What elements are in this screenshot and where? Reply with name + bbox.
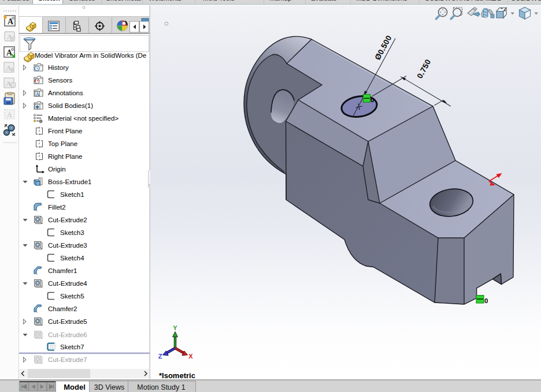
svg-text:0: 0 [370, 96, 374, 103]
svg-text:X: X [188, 353, 193, 360]
svg-text:Fillet2: Fillet2 [48, 204, 66, 211]
svg-text:Right Plane: Right Plane [48, 153, 82, 160]
svg-text:Sensors: Sensors [48, 77, 72, 84]
svg-text:Cut-Extrude5: Cut-Extrude5 [48, 318, 87, 325]
svg-text:Sketch3: Sketch3 [60, 229, 84, 236]
svg-text:3D Views: 3D Views [94, 383, 125, 391]
svg-text:Cut-Extrude3: Cut-Extrude3 [48, 242, 87, 249]
svg-text:Boss-Extrude1: Boss-Extrude1 [48, 178, 91, 185]
svg-text:Front Plane: Front Plane [48, 128, 82, 135]
svg-text:Solid Bodies(1): Solid Bodies(1) [48, 102, 93, 109]
svg-text:Cut-Extrude2: Cut-Extrude2 [48, 216, 87, 223]
svg-text:Top Plane: Top Plane [48, 140, 77, 147]
svg-text:*Isometric: *Isometric [159, 371, 195, 379]
svg-text:Model Vibrator Arm in SolidWor: Model Vibrator Arm in SolidWorks (De [35, 52, 146, 59]
svg-text:Chamfer2: Chamfer2 [48, 305, 77, 312]
svg-text:A: A [8, 17, 14, 26]
svg-text:A: A [6, 64, 12, 72]
svg-text:Sketch1: Sketch1 [60, 191, 84, 198]
svg-text:Motion Study 1: Motion Study 1 [137, 383, 185, 391]
svg-text:0: 0 [484, 297, 488, 304]
svg-text:Y: Y [173, 324, 177, 331]
svg-text:Chamfer1: Chamfer1 [48, 267, 77, 274]
svg-text:Sketch4: Sketch4 [60, 255, 84, 262]
svg-text:A: A [36, 91, 40, 97]
svg-text:Annotations: Annotations [48, 89, 83, 96]
svg-text:Cut-Extrude7: Cut-Extrude7 [48, 356, 87, 363]
svg-text:0.750: 0.750 [415, 58, 432, 80]
svg-text:Cut-Extrude4: Cut-Extrude4 [48, 280, 87, 287]
svg-text:Sketch5: Sketch5 [60, 293, 84, 300]
svg-text:Z: Z [158, 353, 162, 360]
svg-text:Origin: Origin [48, 166, 66, 173]
svg-text:Model: Model [64, 383, 86, 391]
svg-text:A: A [7, 111, 12, 119]
svg-text:Sketch7: Sketch7 [60, 344, 84, 350]
svg-text:Cut-Extrude6: Cut-Extrude6 [48, 331, 87, 338]
svg-text:History: History [48, 64, 69, 71]
svg-text:Material <not specified>: Material <not specified> [48, 115, 118, 122]
